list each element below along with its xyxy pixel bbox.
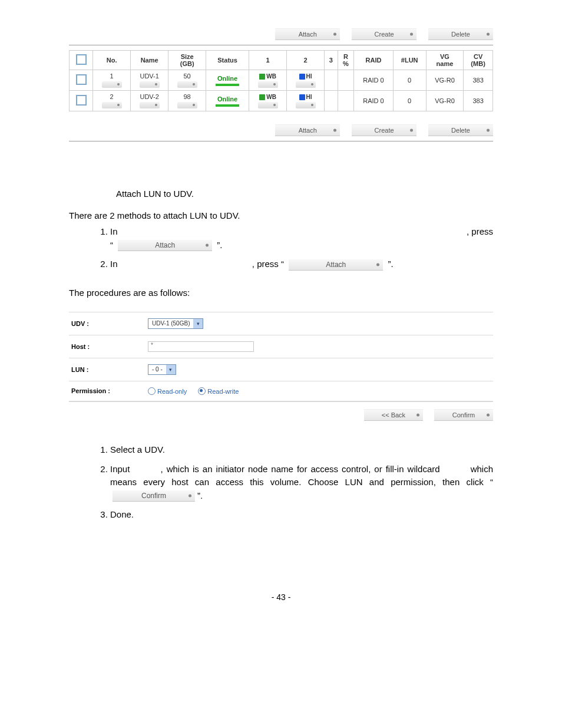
cell-raid: RAID 0 — [354, 91, 393, 111]
dot-icon — [189, 495, 191, 498]
tray-icon[interactable] — [258, 81, 278, 88]
method-2: In , press “ Attach ”. — [110, 258, 493, 271]
cell-raid: RAID 0 — [354, 70, 393, 91]
label: Delete — [451, 127, 470, 134]
procedures-text: The procedures are as follows: — [69, 288, 493, 298]
dot-icon — [206, 244, 209, 247]
cell-r — [338, 70, 354, 91]
divider — [69, 45, 493, 45]
cell-lun: 0 — [393, 91, 426, 111]
attach-button-top[interactable]: Attach — [275, 28, 340, 40]
form-row-udv: UDV : UDV-1 (50GB) ▾ — [69, 312, 493, 335]
cell-vg: VG-R0 — [426, 91, 463, 111]
dot-icon — [333, 129, 336, 132]
dot-icon — [410, 33, 413, 36]
create-button-bottom[interactable]: Create — [352, 124, 416, 136]
confirm-button[interactable]: Confirm — [434, 409, 493, 421]
tray-icon[interactable] — [296, 102, 316, 108]
cell-c3 — [325, 70, 338, 91]
label: Attach — [299, 127, 317, 134]
delete-button-top[interactable]: Delete — [428, 28, 493, 40]
cell-status: Online — [206, 70, 249, 91]
cell-cv: 383 — [464, 91, 493, 111]
select-all-checkbox[interactable] — [76, 54, 87, 65]
tray-icon[interactable] — [296, 81, 316, 88]
table-row: 2 UDV-2 98 Online WB HI RAID 0 0 VG-R0 3… — [70, 91, 493, 111]
label: Create — [375, 31, 394, 38]
hi-icon — [299, 94, 305, 100]
cell-vg: VG-R0 — [426, 70, 463, 91]
hi-icon — [299, 74, 305, 80]
row-checkbox[interactable] — [76, 95, 87, 106]
instruction-1: Select a UDV. — [110, 443, 493, 457]
cell-cv: 383 — [464, 70, 493, 91]
col-cv: CV(MB) — [464, 51, 493, 70]
cell-c1: WB — [249, 91, 287, 111]
dot-icon — [376, 263, 379, 266]
udv-select[interactable]: UDV-1 (50GB) ▾ — [148, 318, 203, 329]
row-checkbox[interactable] — [76, 74, 87, 85]
label: Create — [375, 127, 394, 134]
tray-icon[interactable] — [102, 102, 122, 108]
status-bar-icon — [216, 84, 239, 86]
col-r: R% — [338, 51, 354, 70]
status-bar-icon — [216, 104, 239, 107]
tray-icon[interactable] — [140, 102, 160, 108]
col-2: 2 — [287, 51, 325, 70]
tray-icon[interactable] — [258, 102, 278, 108]
form-row-host: Host : * — [69, 335, 493, 358]
delete-button-bottom[interactable]: Delete — [428, 124, 493, 136]
cell-name: UDV-2 — [131, 91, 168, 111]
wb-icon — [259, 94, 265, 100]
chevron-down-icon: ▾ — [166, 365, 176, 374]
lun-label: LUN : — [71, 366, 148, 373]
cell-c1: WB — [249, 70, 287, 91]
form-row-lun: LUN : - 0 - ▾ — [69, 358, 493, 381]
dot-icon — [416, 414, 419, 417]
tray-icon[interactable] — [177, 81, 197, 88]
cell-r — [338, 91, 354, 111]
confirm-button-inline[interactable]: Confirm — [113, 490, 195, 502]
chevron-down-icon: ▾ — [193, 319, 203, 328]
udv-label: UDV : — [71, 320, 148, 327]
radio-read-only[interactable] — [148, 387, 156, 395]
cell-c2: HI — [287, 91, 325, 111]
col-lun: #LUN — [393, 51, 426, 70]
attach-button-inline[interactable]: Attach — [289, 259, 383, 271]
lun-select[interactable]: - 0 - ▾ — [148, 364, 176, 375]
attach-title: Attach LUN to UDV. — [116, 189, 493, 199]
attach-button-bottom[interactable]: Attach — [275, 124, 340, 136]
cell-name: UDV-1 — [131, 70, 168, 91]
instruction-list: Select a UDV. Input , which is an initia… — [69, 443, 493, 522]
instruction-3: Done. — [110, 508, 493, 522]
dot-icon — [487, 414, 490, 417]
host-label: Host : — [71, 343, 148, 350]
dot-icon — [487, 129, 490, 132]
permission-label: Permission : — [71, 387, 148, 394]
table-row: 1 UDV-1 50 Online WB HI RAID 0 0 VG-R0 3… — [70, 70, 493, 91]
col-vg: VGname — [426, 51, 463, 70]
wb-icon — [259, 74, 265, 80]
back-button[interactable]: << Back — [364, 409, 423, 421]
col-status: Status — [206, 51, 249, 70]
cell-no: 2 — [93, 91, 131, 111]
bottom-action-bar: Attach Create Delete — [69, 120, 493, 140]
method-list: In , press “ Attach ”. In , press “ Atta… — [69, 225, 493, 271]
create-button-top[interactable]: Create — [352, 28, 416, 40]
host-input[interactable]: * — [148, 341, 254, 352]
attach-button-inline[interactable]: Attach — [118, 240, 212, 251]
tray-icon[interactable] — [177, 102, 197, 108]
cell-size: 98 — [168, 91, 206, 111]
intro-text: There are 2 methods to attach LUN to UDV… — [69, 210, 493, 220]
radio-read-write[interactable] — [198, 387, 206, 395]
col-3: 3 — [325, 51, 338, 70]
page-number: - 43 - — [69, 592, 493, 602]
col-no: No. — [93, 51, 131, 70]
cell-size: 50 — [168, 70, 206, 91]
form-row-permission: Permission : Read-only Read-write — [69, 381, 493, 402]
form-actions: << Back Confirm — [69, 401, 493, 426]
col-1: 1 — [249, 51, 287, 70]
tray-icon[interactable] — [102, 81, 122, 88]
cell-c3 — [325, 91, 338, 111]
tray-icon[interactable] — [140, 81, 160, 88]
